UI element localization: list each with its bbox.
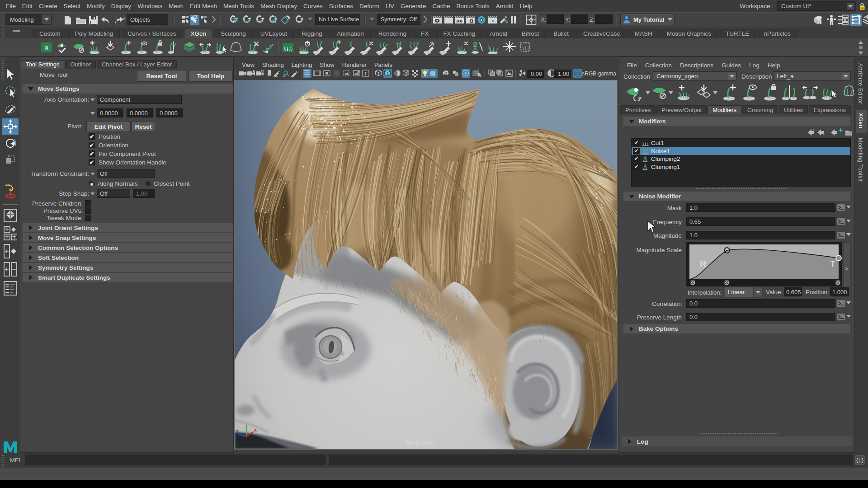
svg-text:T: T	[364, 71, 368, 76]
svg-text:ON: ON	[575, 72, 580, 75]
svg-text:T: T	[830, 259, 835, 269]
svg-text:{;}: {;}	[856, 458, 864, 463]
svg-text:R: R	[700, 259, 706, 269]
svg-text:x: x	[254, 427, 257, 432]
svg-text:IPR: IPR	[457, 19, 462, 23]
svg-text:Work_cam: Work_cam	[406, 440, 434, 446]
svg-text:X: X	[44, 44, 49, 52]
svg-text:z: z	[236, 428, 239, 434]
